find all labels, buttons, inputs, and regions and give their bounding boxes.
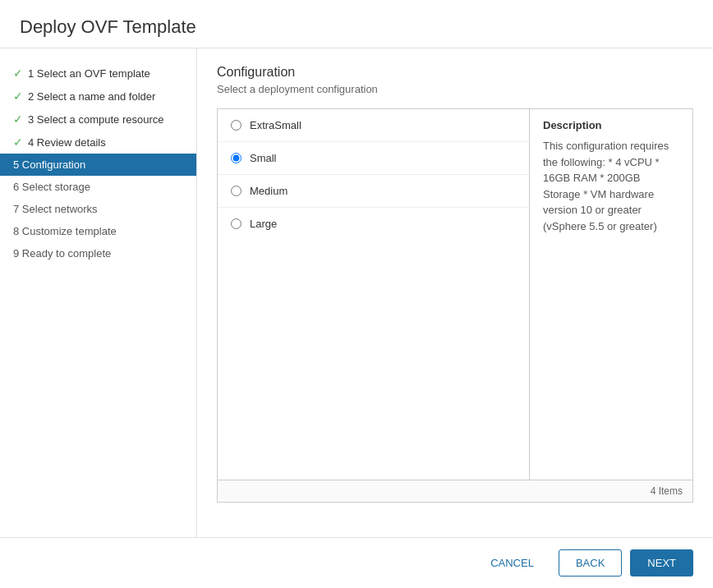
- config-option-extrasmal[interactable]: ExtraSmall: [218, 109, 529, 142]
- option-label-small: Small: [250, 152, 277, 164]
- sidebar-item-step1[interactable]: ✓1 Select an OVF template: [0, 62, 196, 85]
- sidebar-item-label: 9 Ready to complete: [13, 247, 111, 260]
- sidebar-item-label: 2 Select a name and folder: [28, 90, 155, 103]
- sidebar-item-step6[interactable]: 6 Select storage: [0, 176, 196, 198]
- config-option-medium[interactable]: Medium: [218, 175, 529, 208]
- config-option-small[interactable]: Small: [218, 142, 529, 175]
- radio-medium[interactable]: [231, 186, 242, 196]
- sidebar-item-step4[interactable]: ✓4 Review details: [0, 131, 196, 154]
- back-button[interactable]: BACK: [559, 549, 622, 577]
- dialog-header: Deploy OVF Template: [0, 0, 713, 48]
- config-description-panel: Description This configuration requires …: [530, 109, 692, 480]
- radio-small[interactable]: [231, 153, 242, 163]
- sidebar-item-label: 4 Review details: [28, 136, 106, 149]
- check-icon: ✓: [13, 67, 23, 80]
- sidebar-item-label: 7 Select networks: [13, 203, 98, 215]
- radio-extrasmal[interactable]: [231, 120, 242, 131]
- config-footer: 4 Items: [218, 480, 692, 502]
- deploy-ovf-dialog: Deploy OVF Template ✓1 Select an OVF tem…: [0, 0, 713, 588]
- sidebar-item-step8[interactable]: 8 Customize template: [0, 220, 196, 242]
- sidebar-item-step3[interactable]: ✓3 Select a compute resource: [0, 108, 196, 131]
- sidebar-item-step7[interactable]: 7 Select networks: [0, 198, 196, 220]
- cancel-button[interactable]: CANCEL: [474, 549, 550, 577]
- sidebar-item-label: 1 Select an OVF template: [28, 67, 150, 80]
- description-title: Description: [543, 119, 679, 131]
- sidebar-item-step2[interactable]: ✓2 Select a name and folder: [0, 85, 196, 108]
- section-subtitle: Select a deployment configuration: [217, 83, 693, 95]
- config-table: ExtraSmallSmallMediumLarge Description T…: [218, 109, 692, 480]
- dialog-body: ✓1 Select an OVF template✓2 Select a nam…: [0, 48, 713, 537]
- section-title: Configuration: [217, 65, 693, 80]
- check-icon: ✓: [13, 90, 23, 103]
- option-label-extrasmal: ExtraSmall: [250, 119, 301, 131]
- config-container: ExtraSmallSmallMediumLarge Description T…: [217, 108, 693, 503]
- dialog-footer: CANCEL BACK NEXT: [0, 537, 713, 588]
- config-option-large[interactable]: Large: [218, 208, 529, 240]
- sidebar-item-label: 5 Configuration: [13, 158, 85, 171]
- radio-large[interactable]: [231, 218, 242, 229]
- sidebar-item-label: 3 Select a compute resource: [28, 113, 163, 126]
- check-icon: ✓: [13, 136, 23, 149]
- sidebar-item-step9[interactable]: 9 Ready to complete: [0, 242, 196, 264]
- sidebar-item-label: 6 Select storage: [13, 181, 90, 193]
- config-options-panel: ExtraSmallSmallMediumLarge: [218, 109, 530, 480]
- option-label-large: Large: [250, 218, 277, 230]
- dialog-title: Deploy OVF Template: [20, 16, 693, 38]
- description-text: This configuration requires the followin…: [543, 138, 679, 234]
- sidebar-item-step5[interactable]: 5 Configuration: [0, 154, 196, 176]
- sidebar: ✓1 Select an OVF template✓2 Select a nam…: [0, 48, 197, 537]
- next-button[interactable]: NEXT: [630, 549, 693, 577]
- check-icon: ✓: [13, 113, 23, 126]
- option-label-medium: Medium: [250, 185, 288, 197]
- main-content: Configuration Select a deployment config…: [197, 48, 713, 537]
- sidebar-item-label: 8 Customize template: [13, 225, 117, 237]
